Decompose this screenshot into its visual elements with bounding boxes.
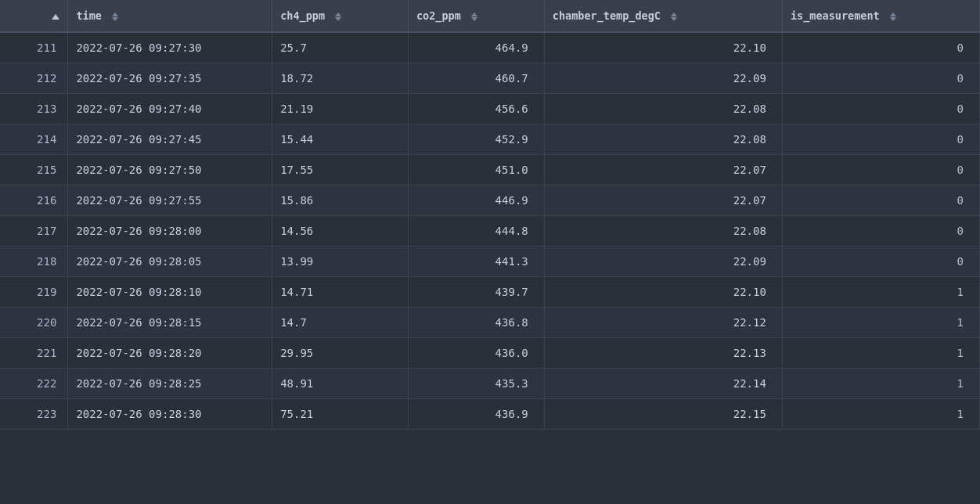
column-header-ch4[interactable]: ch4_ppm	[272, 0, 409, 32]
sort-up-icon	[890, 13, 896, 16]
cell-co2: 460.7	[408, 63, 544, 94]
column-label-ch4: ch4_ppm	[280, 9, 325, 22]
cell-temp: 22.10	[544, 32, 782, 63]
cell-co2: 436.0	[408, 338, 544, 369]
cell-is-measurement: 1	[782, 369, 979, 399]
sort-arrows-meas	[890, 13, 896, 21]
cell-time: 2022-07-26 09:28:30	[68, 399, 272, 430]
cell-temp: 22.08	[544, 216, 782, 247]
column-header-time[interactable]: time	[68, 0, 272, 32]
cell-temp: 22.07	[544, 185, 782, 216]
cell-index: 214	[0, 124, 68, 155]
column-header-index[interactable]	[0, 0, 68, 32]
table-row: 2132022-07-26 09:27:4021.19456.622.080	[0, 94, 980, 124]
cell-ch4: 14.56	[272, 216, 409, 247]
cell-co2: 451.0	[408, 155, 544, 185]
cell-index: 213	[0, 94, 68, 124]
sort-arrows-co2	[471, 13, 477, 21]
cell-is-measurement: 1	[782, 308, 979, 338]
table-row: 2142022-07-26 09:27:4515.44452.922.080	[0, 124, 980, 155]
cell-index: 222	[0, 369, 68, 399]
cell-time: 2022-07-26 09:28:00	[68, 216, 272, 247]
cell-ch4: 25.7	[272, 32, 409, 63]
cell-co2: 441.3	[408, 247, 544, 277]
cell-index: 212	[0, 63, 68, 94]
sort-up-icon	[335, 13, 341, 16]
sort-up-icon	[112, 13, 118, 16]
table-row: 2162022-07-26 09:27:5515.86446.922.070	[0, 185, 980, 216]
cell-index: 220	[0, 308, 68, 338]
column-label-time: time	[76, 9, 102, 22]
cell-temp: 22.09	[544, 63, 782, 94]
table-row: 2152022-07-26 09:27:5017.55451.022.070	[0, 155, 980, 185]
sort-arrows-time	[112, 13, 118, 21]
cell-ch4: 17.55	[272, 155, 409, 185]
cell-is-measurement: 0	[782, 216, 979, 247]
cell-is-measurement: 0	[782, 63, 979, 94]
sort-asc-icon	[52, 14, 59, 20]
column-label-is-measurement: is_measurement	[791, 9, 880, 22]
column-header-temp[interactable]: chamber_temp_degC	[544, 0, 782, 32]
cell-index: 219	[0, 277, 68, 308]
sort-down-icon	[335, 17, 341, 21]
cell-temp: 22.15	[544, 399, 782, 430]
sort-arrows-temp	[671, 13, 677, 21]
cell-co2: 444.8	[408, 216, 544, 247]
cell-index: 211	[0, 32, 68, 63]
column-header-is-measurement[interactable]: is_measurement	[782, 0, 979, 32]
sort-up-icon	[671, 13, 677, 16]
table-row: 2212022-07-26 09:28:2029.95436.022.131	[0, 338, 980, 369]
table-row: 2122022-07-26 09:27:3518.72460.722.090	[0, 63, 980, 94]
cell-is-measurement: 1	[782, 277, 979, 308]
cell-ch4: 18.72	[272, 63, 409, 94]
column-label-co2: co2_ppm	[416, 9, 461, 22]
column-header-co2[interactable]: co2_ppm	[408, 0, 544, 32]
cell-co2: 452.9	[408, 124, 544, 155]
cell-index: 216	[0, 185, 68, 216]
table-header-row: time ch4_ppm co2_ppm	[0, 0, 980, 32]
cell-time: 2022-07-26 09:27:30	[68, 32, 272, 63]
cell-is-measurement: 0	[782, 94, 979, 124]
cell-time: 2022-07-26 09:27:45	[68, 124, 272, 155]
cell-is-measurement: 0	[782, 155, 979, 185]
cell-is-measurement: 0	[782, 124, 979, 155]
cell-ch4: 21.19	[272, 94, 409, 124]
cell-temp: 22.09	[544, 247, 782, 277]
table-row: 2172022-07-26 09:28:0014.56444.822.080	[0, 216, 980, 247]
sort-arrows-ch4	[335, 13, 341, 21]
cell-temp: 22.08	[544, 124, 782, 155]
cell-co2: 456.6	[408, 94, 544, 124]
cell-time: 2022-07-26 09:28:20	[68, 338, 272, 369]
cell-time: 2022-07-26 09:28:05	[68, 247, 272, 277]
sort-down-icon	[112, 17, 118, 21]
table-row: 2182022-07-26 09:28:0513.99441.322.090	[0, 247, 980, 277]
cell-time: 2022-07-26 09:28:10	[68, 277, 272, 308]
cell-co2: 446.9	[408, 185, 544, 216]
cell-index: 223	[0, 399, 68, 430]
cell-is-measurement: 0	[782, 247, 979, 277]
cell-co2: 464.9	[408, 32, 544, 63]
cell-time: 2022-07-26 09:27:40	[68, 94, 272, 124]
table-row: 2112022-07-26 09:27:3025.7464.922.100	[0, 32, 980, 63]
cell-is-measurement: 1	[782, 399, 979, 430]
table-row: 2202022-07-26 09:28:1514.7436.822.121	[0, 308, 980, 338]
cell-co2: 439.7	[408, 277, 544, 308]
cell-is-measurement: 0	[782, 32, 979, 63]
cell-ch4: 15.86	[272, 185, 409, 216]
cell-co2: 436.9	[408, 399, 544, 430]
cell-co2: 435.3	[408, 369, 544, 399]
cell-temp: 22.14	[544, 369, 782, 399]
sort-down-icon	[471, 17, 477, 21]
cell-ch4: 48.91	[272, 369, 409, 399]
column-label-temp: chamber_temp_degC	[553, 9, 661, 22]
cell-time: 2022-07-26 09:27:55	[68, 185, 272, 216]
cell-time: 2022-07-26 09:27:35	[68, 63, 272, 94]
cell-temp: 22.07	[544, 155, 782, 185]
cell-time: 2022-07-26 09:28:25	[68, 369, 272, 399]
cell-temp: 22.12	[544, 308, 782, 338]
cell-ch4: 14.71	[272, 277, 409, 308]
cell-ch4: 14.7	[272, 308, 409, 338]
cell-is-measurement: 1	[782, 338, 979, 369]
sort-down-icon	[890, 17, 896, 21]
cell-time: 2022-07-26 09:28:15	[68, 308, 272, 338]
